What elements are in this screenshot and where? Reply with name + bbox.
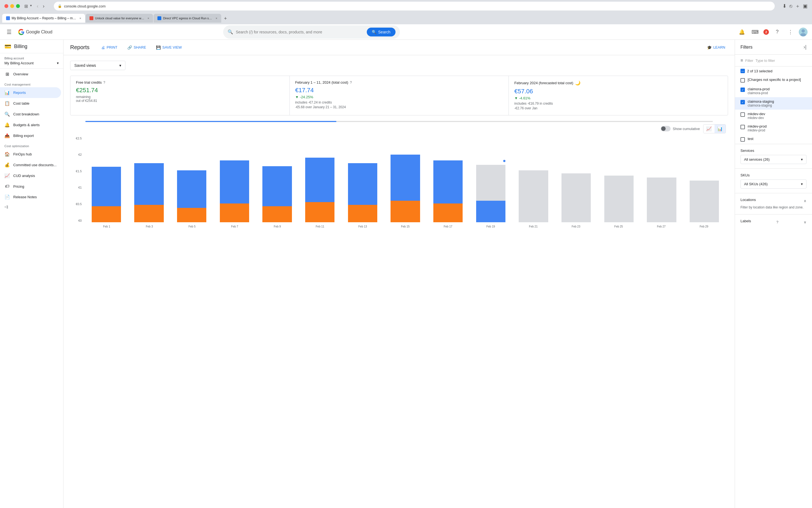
skus-value: All SKUs (426) <box>744 182 768 186</box>
tab-close-1[interactable]: × <box>80 16 81 20</box>
saved-views-dropdown[interactable]: Saved views ▾ <box>70 61 125 70</box>
free-trial-help-icon[interactable]: ? <box>103 81 105 84</box>
grid-icon[interactable]: ⊞ <box>24 4 28 9</box>
selected-all-checkbox[interactable]: — <box>740 69 745 73</box>
fullscreen-dot[interactable] <box>16 4 20 8</box>
share-icon[interactable]: ⎋ <box>789 3 793 9</box>
claimora-prod-checkbox[interactable]: ✓ <box>740 87 745 92</box>
tab-inactive-2[interactable]: Unlock cloud value for everyone with Goo… <box>86 14 153 23</box>
share-button[interactable]: 🔗 SHARE <box>125 44 149 51</box>
bar-blue-6 <box>348 163 377 205</box>
cumulative-toggle[interactable] <box>661 126 671 131</box>
filter-item-claimora-prod[interactable]: ✓ claimora-prod claimora-prod <box>735 85 812 97</box>
chevron-down-icon[interactable]: ▾ <box>30 4 32 9</box>
bar-stack-11 <box>562 137 591 222</box>
bar-blue-8 <box>433 160 462 204</box>
chart-container: €2.5 €2 €1.5 €1 €0.5 €0 Feb 1Feb 3Feb 5F… <box>70 137 728 230</box>
sidebar-item-cud-analysis[interactable]: 📈 CUD analysis <box>0 170 61 181</box>
sidebar-item-overview[interactable]: ⊞ Overview <box>0 69 61 80</box>
bar-stack-8 <box>433 137 462 222</box>
feb-total-help-icon[interactable]: ? <box>350 81 352 84</box>
chart-x-axis: Feb 1Feb 3Feb 5Feb 7Feb 9Feb 11Feb 13Feb… <box>85 223 725 230</box>
tab-inactive-3[interactable]: Direct VPC egress in Cloud Run sends tra… <box>154 14 221 23</box>
sidebar-item-pricing[interactable]: 🏷 Pricing <box>0 181 61 192</box>
locations-expand-icon[interactable]: ∧ <box>804 199 807 203</box>
sidebar-item-finops-label: FinOps hub <box>13 152 32 156</box>
search-button[interactable]: 🔍 Search <box>367 28 395 36</box>
close-dot[interactable] <box>4 4 8 8</box>
labels-help-icon[interactable]: ? <box>776 220 778 224</box>
sidebar-item-cost-table[interactable]: 📋 Cost table <box>0 98 61 109</box>
filter-item-charges[interactable]: [Charges not specific to a project] <box>735 75 812 85</box>
more-options-icon[interactable]: ⋮ <box>785 27 796 37</box>
cost-breakdown-icon: 🔍 <box>4 112 10 117</box>
collapse-icon: ◁| <box>4 205 8 209</box>
hamburger-menu[interactable]: ☰ <box>4 27 14 38</box>
sidebar-toggle-icon[interactable]: ▣ <box>803 3 808 9</box>
charges-checkbox[interactable] <box>740 78 745 83</box>
bar-gray-9 <box>476 165 505 201</box>
back-button[interactable]: ‹ <box>35 3 40 10</box>
download-icon[interactable]: ⬇ <box>782 3 786 9</box>
save-icon: 💾 <box>156 45 161 50</box>
filter-type-to-filter[interactable]: Type to filter <box>756 58 775 63</box>
feb-forecast-desc2: -€2.76 over Jan <box>514 106 722 111</box>
sidebar: 💳 Billing Billing account My Billing Acc… <box>0 40 64 508</box>
filter-item-claimora-staging[interactable]: ✓ claimora-staging claimora-staging <box>735 97 812 110</box>
tab-active[interactable]: My Billing Account – Reports – Billing –… <box>2 14 85 23</box>
sidebar-collapse-button[interactable]: ◁| <box>0 202 63 211</box>
sidebar-item-budgets[interactable]: 🔔 Budgets & alerts <box>0 120 61 130</box>
test-checkbox[interactable] <box>740 137 745 142</box>
bar-group-8 <box>427 137 469 222</box>
claimora-prod-name: claimora-prod <box>748 87 769 91</box>
filter-search-placeholder[interactable]: Filter <box>745 58 753 63</box>
cloud-shell-icon[interactable]: ⌨ <box>750 27 760 37</box>
filter-item-mkdev-dev[interactable]: mkdev-dev mkdev-dev <box>735 110 812 122</box>
filters-panel: Filters ›| ≡ Filter Type to filter — 2 o… <box>735 40 812 508</box>
labels-expand-icon[interactable]: ∨ <box>804 220 807 224</box>
sidebar-item-reports[interactable]: 📊 Reports <box>0 87 61 98</box>
google-logo-icon <box>18 29 24 35</box>
bar-group-13 <box>641 137 683 222</box>
bar-chart-button[interactable]: 📊 <box>715 125 726 133</box>
bar-group-11 <box>555 137 597 222</box>
chart-scroll-bar[interactable] <box>85 121 713 122</box>
bar-group-2 <box>171 137 213 222</box>
help-icon[interactable]: ? <box>772 27 782 37</box>
learn-button[interactable]: 🎓 LEARN <box>704 44 728 51</box>
save-view-button[interactable]: 💾 SAVE VIEW <box>153 44 185 51</box>
url-bar[interactable]: 🔒 console.cloud.google.com <box>54 2 775 10</box>
y-label-2: €1.5 <box>76 170 82 173</box>
add-tab-icon[interactable]: ＋ <box>795 3 800 9</box>
down-arrow-icon: ▼ <box>295 95 299 99</box>
bar-stack-13 <box>647 137 676 222</box>
line-chart-button[interactable]: 📈 <box>703 125 715 133</box>
bar-stack-2 <box>177 137 206 222</box>
user-avatar[interactable] <box>799 28 808 36</box>
print-button[interactable]: 🖨 PRINT <box>98 44 120 51</box>
tab-close-3[interactable]: × <box>215 16 217 20</box>
mkdev-dev-checkbox[interactable] <box>740 112 745 117</box>
filter-item-mkdev-prod[interactable]: mkdev-prod mkdev-prod <box>735 122 812 134</box>
search-input[interactable] <box>236 30 364 34</box>
services-label: Services <box>740 149 807 153</box>
sidebar-item-release-notes[interactable]: 📄 Release Notes <box>0 192 61 202</box>
claimora-staging-checkbox[interactable]: ✓ <box>740 100 745 104</box>
sidebar-item-cost-breakdown[interactable]: 🔍 Cost breakdown <box>0 109 61 120</box>
committed-use-icon: 💰 <box>4 162 10 168</box>
notifications-icon[interactable]: 🔔 <box>737 27 747 37</box>
sidebar-item-billing-export[interactable]: 📤 Billing export <box>0 130 61 141</box>
billing-account-selector[interactable]: My Billing Account ▾ <box>4 61 59 65</box>
minimize-dot[interactable] <box>10 4 14 8</box>
filter-item-test[interactable]: test <box>735 134 812 144</box>
tab-close-2[interactable]: × <box>148 16 149 20</box>
mkdev-prod-checkbox[interactable] <box>740 125 745 129</box>
new-tab-button[interactable]: + <box>222 15 229 23</box>
sidebar-item-finops[interactable]: 🏠 FinOps hub <box>0 149 61 160</box>
forward-button[interactable]: › <box>41 3 46 10</box>
sidebar-item-committed-use[interactable]: 💰 Committed use discounts... <box>0 160 61 170</box>
skus-dropdown[interactable]: All SKUs (426) ▾ <box>740 179 807 188</box>
services-dropdown[interactable]: All services (26) ▾ <box>740 155 807 164</box>
filters-collapse-button[interactable]: ›| <box>804 44 807 50</box>
bar-blue-0 <box>92 167 121 206</box>
